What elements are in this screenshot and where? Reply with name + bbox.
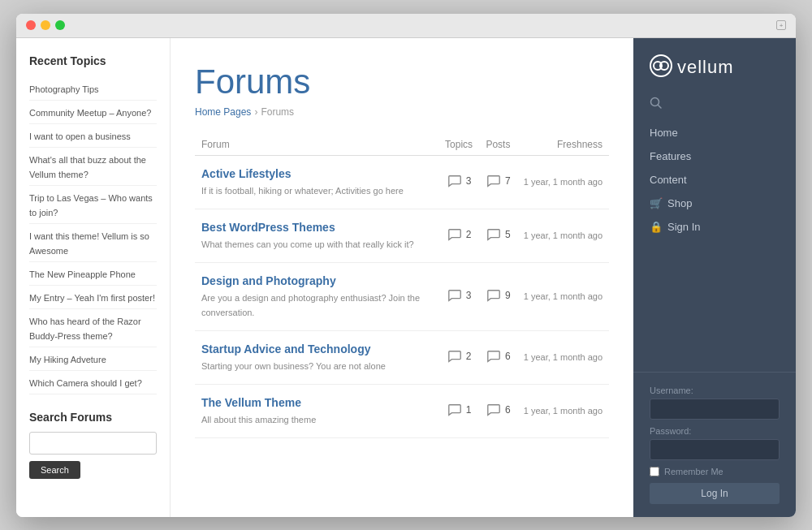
forum-posts-count: 5: [479, 209, 517, 262]
brand-name: vellum: [677, 57, 734, 78]
nav-item-shop[interactable]: 🛒 Shop: [633, 192, 796, 215]
nav-link-home[interactable]: Home: [650, 127, 780, 139]
forum-name-cell: Active LifestylesIf it is football, hiki…: [195, 155, 438, 209]
recent-topic-link[interactable]: What's all that buzz about the Vellum th…: [29, 155, 146, 179]
recent-topic-link[interactable]: Trip to Las Vegas – Who wants to join?: [29, 193, 153, 218]
search-forums-heading: Search Forums: [29, 411, 157, 424]
forum-description: Starting your own business? You are not …: [201, 361, 386, 371]
forum-name-cell: Startup Advice and TechnologyStarting yo…: [195, 330, 438, 384]
forum-posts-count: 6: [479, 384, 517, 437]
close-button[interactable]: [26, 20, 36, 30]
nav-link-content[interactable]: Content: [650, 174, 780, 186]
forums-table: Forum Topics Posts Freshness Active Life…: [195, 134, 609, 438]
forum-name-cell: Design and PhotographyAre you a design a…: [195, 262, 438, 330]
vellum-logo-icon: [650, 54, 672, 80]
recent-topics-list: Photography TipsCommunity Meetup – Anyon…: [29, 77, 157, 394]
titlebar: +: [16, 14, 796, 38]
forum-freshness: 1 year, 1 month ago: [517, 155, 609, 209]
titlebar-buttons: [26, 20, 65, 30]
forum-row: Startup Advice and TechnologyStarting yo…: [195, 330, 609, 384]
th-posts: Posts: [479, 134, 517, 156]
forum-topics-count: 1: [438, 384, 479, 437]
recent-topic-link[interactable]: Who has heard of the Razor Buddy-Press t…: [29, 317, 141, 341]
recent-topic-link[interactable]: I want this theme! Vellum is so Awesome: [29, 231, 149, 256]
log-in-button[interactable]: Log In: [650, 483, 780, 504]
recent-topic-link[interactable]: Community Meetup – Anyone?: [29, 108, 151, 118]
breadcrumb-separator: ›: [254, 106, 257, 118]
nav-search[interactable]: [633, 93, 796, 121]
forum-link[interactable]: Design and Photography: [201, 274, 432, 287]
recent-topic-item[interactable]: Who has heard of the Razor Buddy-Press t…: [29, 309, 157, 347]
forum-description: All about this amazing theme: [201, 415, 316, 424]
remember-me-label: Remember Me: [664, 467, 723, 476]
expand-icon[interactable]: +: [776, 20, 786, 30]
recent-topic-item[interactable]: Community Meetup – Anyone?: [29, 101, 157, 124]
breadcrumb-current: Forums: [261, 106, 294, 118]
forum-topics-count: 2: [438, 330, 479, 384]
password-input[interactable]: [650, 439, 780, 460]
forum-freshness: 1 year, 1 month ago: [517, 330, 609, 384]
remember-me-checkbox[interactable]: [650, 467, 659, 476]
nav-items: Home Features Content 🛒 Shop 🔒 Sign In: [633, 121, 796, 247]
recent-topic-item[interactable]: I want to open a business: [29, 124, 157, 148]
breadcrumb: Home Pages › Forums: [195, 106, 609, 118]
posts-icon: [486, 173, 502, 189]
username-label: Username:: [650, 386, 780, 395]
login-section: Username: Password: Remember Me Log In: [633, 372, 796, 517]
recent-topic-item[interactable]: Trip to Las Vegas – Who wants to join?: [29, 186, 157, 224]
posts-icon: [486, 287, 502, 304]
forum-freshness: 1 year, 1 month ago: [517, 262, 609, 330]
nav-item-features[interactable]: Features: [633, 144, 796, 168]
forum-row: Best WordPress ThemesWhat themes can you…: [195, 209, 609, 262]
nav-link-shop[interactable]: 🛒 Shop: [650, 197, 780, 209]
recent-topic-link[interactable]: Which Camera should I get?: [29, 378, 142, 388]
recent-topic-link[interactable]: I want to open a business: [29, 131, 131, 141]
recent-topic-item[interactable]: I want this theme! Vellum is so Awesome: [29, 224, 157, 262]
content-area: Recent Topics Photography TipsCommunity …: [16, 38, 796, 517]
sidebar-left: Recent Topics Photography TipsCommunity …: [16, 38, 171, 517]
topics-icon: [447, 402, 463, 418]
forum-name-cell: Best WordPress ThemesWhat themes can you…: [195, 209, 438, 262]
nav-item-home[interactable]: Home: [633, 121, 796, 144]
recent-topic-link[interactable]: The New Pineapple Phone: [29, 269, 136, 279]
nav-link-features[interactable]: Features: [650, 150, 780, 162]
recent-topics-heading: Recent Topics: [29, 54, 157, 67]
forum-link[interactable]: Best WordPress Themes: [201, 221, 432, 234]
search-input[interactable]: [29, 432, 157, 455]
th-freshness: Freshness: [517, 134, 609, 156]
forum-link[interactable]: Startup Advice and Technology: [201, 343, 432, 355]
recent-topic-item[interactable]: My Hiking Adveture: [29, 347, 157, 371]
nav-link-signin[interactable]: 🔒 Sign In: [650, 221, 780, 233]
recent-topic-link[interactable]: My Entry – Yeah I'm first poster!: [29, 293, 155, 303]
maximize-button[interactable]: [55, 20, 65, 30]
recent-topic-item[interactable]: My Entry – Yeah I'm first poster!: [29, 286, 157, 309]
breadcrumb-home[interactable]: Home Pages: [195, 106, 251, 118]
recent-topic-link[interactable]: Photography Tips: [29, 84, 99, 94]
recent-topic-item[interactable]: Photography Tips: [29, 77, 157, 101]
nav-item-content[interactable]: Content: [633, 168, 796, 192]
minimize-button[interactable]: [41, 20, 50, 30]
cart-icon: 🛒: [650, 197, 663, 209]
forum-link[interactable]: Active Lifestyles: [201, 167, 432, 180]
posts-icon: [486, 226, 502, 243]
forum-freshness: 1 year, 1 month ago: [517, 384, 609, 437]
topics-icon: [447, 173, 463, 189]
topics-icon: [447, 226, 463, 243]
forum-row: Active LifestylesIf it is football, hiki…: [195, 155, 609, 209]
search-icon: [650, 97, 663, 110]
recent-topic-item[interactable]: What's all that buzz about the Vellum th…: [29, 148, 157, 186]
username-input[interactable]: [650, 399, 780, 420]
recent-topic-link[interactable]: My Hiking Adveture: [29, 355, 106, 364]
forum-name-cell: The Vellum ThemeAll about this amazing t…: [195, 384, 438, 437]
remember-me-row: Remember Me: [650, 467, 780, 476]
recent-topic-item[interactable]: The New Pineapple Phone: [29, 262, 157, 286]
recent-topic-item[interactable]: Which Camera should I get?: [29, 371, 157, 394]
topics-icon: [447, 287, 463, 304]
forum-link[interactable]: The Vellum Theme: [201, 396, 432, 409]
th-topics: Topics: [438, 134, 479, 156]
forum-row: Design and PhotographyAre you a design a…: [195, 262, 609, 330]
forum-topics-count: 2: [438, 209, 479, 262]
nav-item-signin[interactable]: 🔒 Sign In: [633, 215, 796, 239]
search-button[interactable]: Search: [29, 461, 80, 479]
forum-topics-count: 3: [438, 262, 479, 330]
